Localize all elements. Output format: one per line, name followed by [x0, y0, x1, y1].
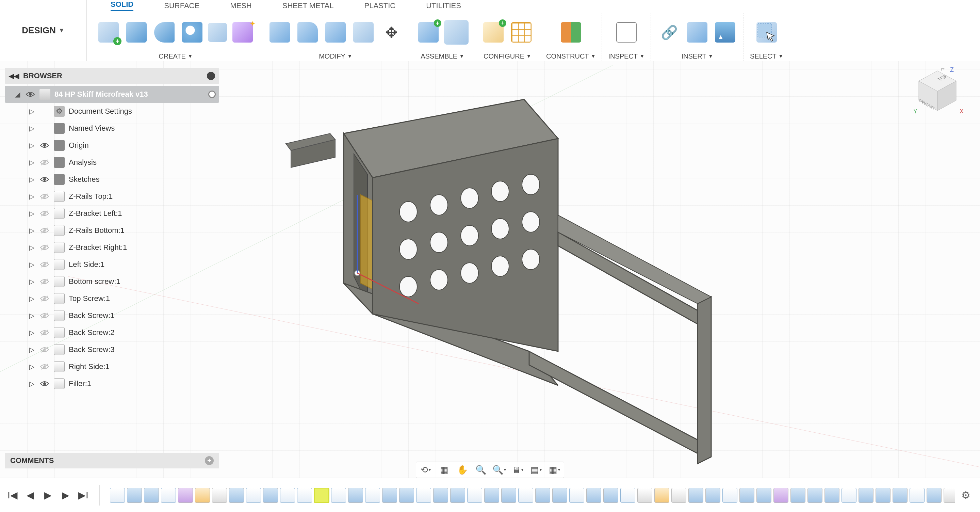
- expander-icon[interactable]: ▷: [28, 108, 35, 115]
- pan-button[interactable]: ✋: [456, 464, 469, 476]
- timeline-feature[interactable]: [808, 488, 822, 503]
- zoom-button[interactable]: 🔍: [475, 464, 487, 476]
- visibility-toggle[interactable]: [40, 327, 50, 338]
- timeline-feature[interactable]: [586, 488, 601, 503]
- visibility-toggle[interactable]: [25, 89, 35, 99]
- timeline-play-button[interactable]: ▶: [42, 490, 54, 501]
- tree-item[interactable]: ▷ Top Screw:1: [5, 290, 219, 307]
- timeline-feature[interactable]: [927, 488, 942, 503]
- timeline-feature[interactable]: [671, 488, 686, 503]
- group-label-create[interactable]: CREATE▼: [159, 51, 192, 61]
- timeline-feature[interactable]: [450, 488, 465, 503]
- insert-decal-button[interactable]: [713, 20, 737, 45]
- timeline-feature[interactable]: [365, 488, 380, 503]
- tree-item[interactable]: ▷ Named Views: [5, 120, 219, 137]
- timeline-feature[interactable]: [212, 488, 227, 503]
- group-label-select[interactable]: SELECT▼: [750, 51, 783, 61]
- timeline-feature[interactable]: [280, 488, 295, 503]
- timeline-feature[interactable]: [637, 488, 652, 503]
- timeline-feature[interactable]: [484, 488, 499, 503]
- tree-item[interactable]: ▷ Origin: [5, 137, 219, 154]
- visibility-toggle[interactable]: [40, 140, 50, 150]
- measure-button[interactable]: [614, 20, 639, 45]
- tree-item[interactable]: ▷ Z-Rails Top:1: [5, 188, 219, 205]
- tab-solid[interactable]: SOLID: [111, 0, 134, 11]
- timeline-feature[interactable]: [178, 488, 193, 503]
- tab-mesh[interactable]: MESH: [230, 2, 252, 10]
- presspull-button[interactable]: [267, 20, 292, 45]
- timeline-feature[interactable]: [943, 488, 955, 503]
- timeline-feature[interactable]: [297, 488, 312, 503]
- timeline-feature[interactable]: [620, 488, 635, 503]
- expander-icon[interactable]: ▷: [28, 124, 35, 132]
- expander-icon[interactable]: ▷: [28, 159, 35, 166]
- expander-icon[interactable]: ▷: [28, 380, 35, 388]
- revolve-button[interactable]: [152, 20, 177, 45]
- timeline-feature[interactable]: [756, 488, 772, 503]
- viewport-layout-button[interactable]: ▦▾: [548, 464, 560, 476]
- timeline-feature[interactable]: [740, 488, 754, 503]
- timeline-feature[interactable]: [773, 488, 788, 503]
- timeline-feature[interactable]: [859, 488, 873, 503]
- fillet-button[interactable]: [295, 20, 320, 45]
- visibility-toggle[interactable]: [40, 293, 50, 304]
- rib-button[interactable]: [208, 23, 227, 42]
- group-label-construct[interactable]: CONSTRUCT▼: [546, 51, 595, 61]
- comments-panel[interactable]: COMMENTS +: [5, 453, 219, 469]
- construct-plane-button[interactable]: [559, 20, 583, 45]
- tab-utilities[interactable]: UTILITIES: [426, 2, 461, 10]
- tree-item[interactable]: ▷ Right Side:1: [5, 358, 219, 375]
- browser-options-icon[interactable]: [207, 72, 215, 80]
- expander-icon[interactable]: ▷: [28, 244, 35, 251]
- tab-sheetmetal[interactable]: SHEET METAL: [282, 2, 334, 10]
- insert-derive-button[interactable]: 🔗: [657, 20, 682, 45]
- visibility-toggle[interactable]: [40, 208, 50, 219]
- visibility-toggle[interactable]: [40, 174, 50, 185]
- timeline-feature[interactable]: [229, 488, 244, 503]
- timeline-feature[interactable]: [348, 488, 363, 503]
- move-button[interactable]: ✥: [379, 20, 404, 45]
- timeline-feature[interactable]: [518, 488, 533, 503]
- tree-item[interactable]: ▷ Document Settings: [5, 103, 219, 120]
- timeline-feature[interactable]: [875, 488, 891, 503]
- workspace-switcher[interactable]: DESIGN ▼: [0, 0, 87, 61]
- timeline-feature[interactable]: [433, 488, 448, 503]
- timeline-feature[interactable]: [892, 488, 907, 503]
- visibility-toggle[interactable]: [40, 191, 50, 201]
- expander-icon[interactable]: ▷: [28, 278, 35, 285]
- tab-plastic[interactable]: PLASTIC: [364, 2, 396, 10]
- pattern-button[interactable]: [231, 20, 255, 45]
- tree-item[interactable]: ▷ Left Side:1: [5, 256, 219, 273]
- expander-icon[interactable]: ▷: [28, 346, 35, 353]
- visibility-toggle[interactable]: [40, 362, 50, 372]
- timeline-first-button[interactable]: I◀: [7, 490, 18, 501]
- timeline-feature[interactable]: [382, 488, 397, 503]
- joint-button[interactable]: [444, 20, 469, 45]
- expander-icon[interactable]: ▷: [28, 329, 35, 337]
- visibility-toggle[interactable]: [40, 345, 50, 355]
- create-sketch-button[interactable]: [96, 20, 121, 45]
- timeline-feature[interactable]: [569, 488, 584, 503]
- select-button[interactable]: [754, 20, 779, 45]
- viewcube[interactable]: TOP FRONT RIGHT: [915, 68, 959, 112]
- group-label-assemble[interactable]: ASSEMBLE▼: [421, 51, 464, 61]
- group-label-inspect[interactable]: INSPECT▼: [608, 51, 644, 61]
- extrude-button[interactable]: [124, 20, 149, 45]
- tree-root[interactable]: ◢ 84 HP Skiff Microfreak v13: [5, 86, 219, 103]
- expander-icon[interactable]: ▷: [28, 227, 35, 234]
- timeline-feature[interactable]: [161, 488, 176, 503]
- tree-item[interactable]: ▷ Z-Bracket Right:1: [5, 239, 219, 256]
- timeline-feature[interactable]: [842, 488, 856, 503]
- visibility-toggle[interactable]: [40, 157, 50, 167]
- timeline-feature[interactable]: [910, 488, 924, 503]
- expander-icon[interactable]: ▷: [28, 312, 35, 319]
- orbit-button[interactable]: ⟲▾: [420, 464, 432, 476]
- configure-button[interactable]: [481, 20, 506, 45]
- shell-button[interactable]: [323, 20, 348, 45]
- expander-icon[interactable]: ▷: [28, 175, 35, 183]
- tree-item[interactable]: ▷ Back Screw:2: [5, 324, 219, 341]
- timeline-feature[interactable]: [705, 488, 721, 503]
- group-label-modify[interactable]: MODIFY▼: [319, 51, 352, 61]
- visibility-toggle[interactable]: [40, 311, 50, 321]
- expander-icon[interactable]: ▷: [28, 261, 35, 268]
